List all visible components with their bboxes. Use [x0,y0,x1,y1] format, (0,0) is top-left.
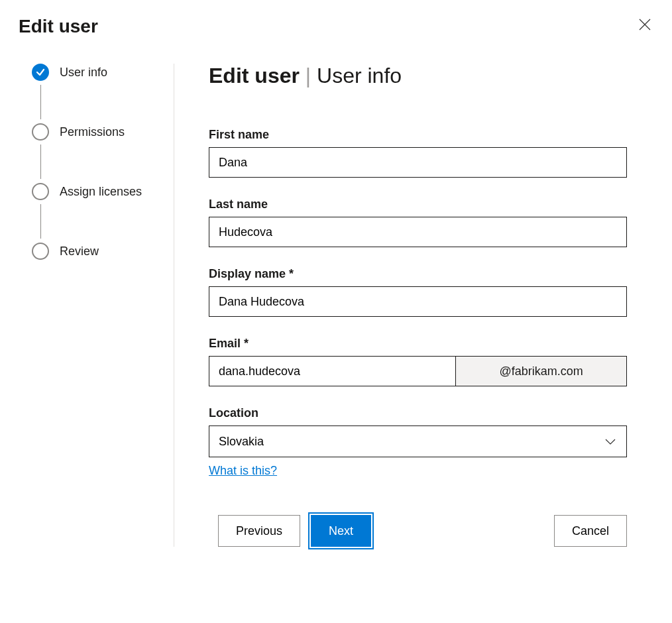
step-label: Assign licenses [60,185,142,199]
email-local-input[interactable] [209,356,455,386]
step-circle-icon [32,243,49,260]
page-title: Edit user | User info [209,64,627,88]
step-label: Review [60,245,99,258]
close-button[interactable] [636,16,653,35]
last-name-input[interactable] [209,217,627,247]
step-permissions[interactable]: Permissions [32,123,167,141]
step-label: User info [60,66,107,80]
step-circle-icon [32,123,49,141]
first-name-input[interactable] [209,147,627,178]
email-label: Email * [209,337,627,351]
close-icon [639,19,651,30]
display-name-input[interactable] [209,286,627,317]
display-name-label: Display name * [209,267,627,281]
step-label: Permissions [60,125,125,139]
location-label: Location [209,406,627,420]
first-name-label: First name [209,128,627,142]
check-icon [32,64,49,81]
next-button[interactable]: Next [311,515,371,547]
step-review[interactable]: Review [32,243,167,260]
location-select[interactable]: Slovakia [209,425,627,457]
cancel-button[interactable]: Cancel [554,515,627,547]
chevron-down-icon [604,435,617,448]
step-user-info[interactable]: User info [32,64,167,81]
last-name-label: Last name [209,198,627,211]
wizard-steps: User info Permissions Assign licenses Re… [19,64,174,547]
email-domain: @fabrikam.com [455,356,627,386]
previous-button[interactable]: Previous [218,515,300,547]
location-value: Slovakia [219,435,264,449]
step-assign-licenses[interactable]: Assign licenses [32,183,167,200]
location-help-link[interactable]: What is this? [209,464,277,478]
panel-title: Edit user [19,16,98,37]
step-circle-icon [32,183,49,200]
